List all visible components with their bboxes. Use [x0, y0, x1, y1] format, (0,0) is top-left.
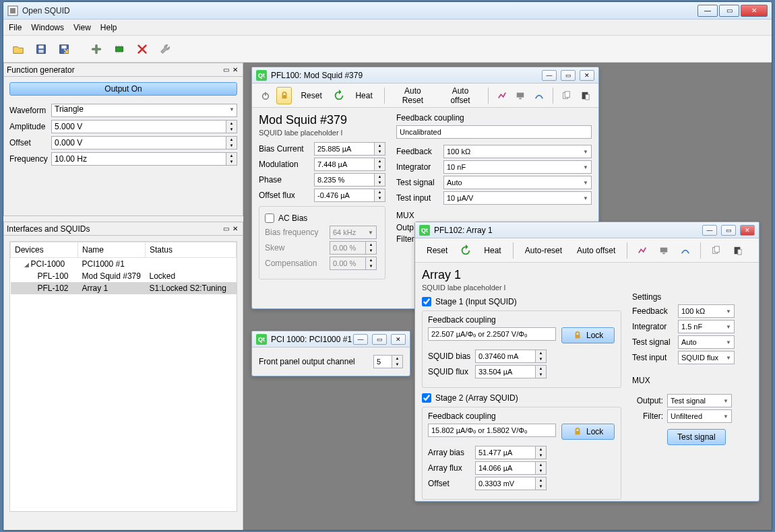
squid-bias-input[interactable]: [475, 350, 536, 363]
qt-icon: Qt: [419, 225, 430, 236]
lock-icon[interactable]: [276, 87, 292, 104]
col-name[interactable]: Name: [78, 242, 146, 258]
offset-input[interactable]: [51, 136, 226, 149]
paste-icon[interactable]: [728, 242, 747, 259]
subwin-maximize[interactable]: ▭: [372, 334, 387, 345]
dock-restore-icon[interactable]: ▭: [221, 224, 230, 234]
svg-rect-3: [38, 45, 43, 48]
amplitude-spin[interactable]: ▲▼: [226, 120, 237, 133]
dock-close-icon[interactable]: ✕: [230, 224, 240, 234]
stage2-checkbox[interactable]: [422, 393, 431, 403]
mux-output-select[interactable]: Test signal: [667, 394, 732, 407]
front-panel-input[interactable]: [373, 355, 392, 368]
refresh-icon[interactable]: [456, 242, 475, 259]
stage1-fc-input[interactable]: [428, 327, 556, 341]
auto-offset-button[interactable]: Auto offset: [438, 87, 483, 104]
array-bias-input[interactable]: [475, 446, 536, 459]
paste-icon[interactable]: [577, 87, 593, 104]
table-row[interactable]: PFL-102Array 1S1:Locked S2:Tuning: [11, 282, 237, 294]
col-status[interactable]: Status: [146, 242, 237, 258]
offset-input[interactable]: [475, 477, 536, 490]
device-tree[interactable]: Devices Name Status ◢PCI-1000PCI1000 #1P…: [9, 241, 237, 512]
offset-flux-input[interactable]: [314, 189, 375, 202]
copy-icon[interactable]: [706, 242, 725, 259]
output-on-button[interactable]: Output On: [9, 82, 237, 96]
monitor-icon[interactable]: [512, 87, 528, 104]
array-flux-input[interactable]: [475, 461, 536, 475]
plot-icon[interactable]: [633, 242, 652, 259]
chip-icon[interactable]: [110, 40, 129, 59]
frequency-input[interactable]: [51, 152, 226, 166]
save-as-icon[interactable]: [55, 40, 73, 59]
bias-current-input[interactable]: [314, 142, 375, 156]
squid-flux-input[interactable]: [475, 365, 536, 378]
subwin-close[interactable]: ✕: [740, 225, 755, 236]
test-input-select[interactable]: SQUID flux: [678, 351, 735, 364]
minimize-button[interactable]: —: [698, 5, 718, 17]
reset-button[interactable]: Reset: [294, 87, 328, 104]
open-icon[interactable]: [9, 40, 28, 59]
menu-windows[interactable]: Windows: [31, 23, 64, 32]
offset-spin[interactable]: ▲▼: [226, 136, 237, 149]
copy-icon[interactable]: [559, 87, 575, 104]
menu-view[interactable]: View: [73, 23, 91, 32]
power-icon[interactable]: [257, 87, 274, 104]
test-signal-button[interactable]: Test signal: [667, 429, 726, 445]
phase-input[interactable]: [314, 173, 375, 187]
test-input-select[interactable]: 10 µA/V: [443, 191, 592, 205]
stage1-checkbox[interactable]: [422, 297, 431, 306]
pfl102-sub: SQUID labe placeholder l: [422, 284, 621, 292]
stage2-fc-input[interactable]: [428, 424, 556, 437]
feedback-select[interactable]: 100 kΩ: [678, 304, 735, 318]
table-row[interactable]: PFL-100Mod Squid #379Locked: [11, 270, 237, 282]
subwin-minimize[interactable]: —: [542, 70, 557, 81]
auto-reset-button[interactable]: Auto-reset: [519, 242, 568, 259]
maximize-button[interactable]: ▭: [719, 5, 739, 17]
dock-close-icon[interactable]: ✕: [230, 65, 240, 75]
delete-icon[interactable]: [133, 40, 152, 59]
fn-gen-title: Function generator: [7, 65, 75, 75]
subwin-maximize[interactable]: ▭: [561, 70, 576, 81]
subwin-minimize[interactable]: —: [353, 334, 368, 345]
reset-button[interactable]: Reset: [421, 242, 454, 259]
table-row[interactable]: ◢PCI-1000PCI1000 #1: [11, 258, 237, 271]
auto-offset-button[interactable]: Auto offset: [571, 242, 621, 259]
auto-reset-button[interactable]: Auto Reset: [390, 87, 436, 104]
waveform-select[interactable]: Triangle: [51, 104, 237, 117]
svg-rect-6: [61, 45, 66, 48]
add-icon[interactable]: [87, 40, 106, 59]
test-signal-select[interactable]: Auto: [678, 335, 735, 349]
curve-icon[interactable]: [676, 242, 695, 259]
save-icon[interactable]: [32, 40, 51, 59]
svg-rect-4: [38, 49, 43, 53]
stage1-lock-button[interactable]: Lock: [561, 327, 615, 343]
integrator-select[interactable]: 1.5 nF: [678, 320, 735, 333]
feedback-coupling-input[interactable]: [396, 125, 592, 139]
dock-restore-icon[interactable]: ▭: [221, 65, 230, 75]
menu-file[interactable]: File: [9, 23, 22, 32]
menu-help[interactable]: Help: [100, 23, 117, 32]
subwin-maximize[interactable]: ▭: [721, 225, 736, 236]
subwin-minimize[interactable]: —: [702, 225, 717, 236]
feedback-select[interactable]: 100 kΩ: [443, 145, 592, 158]
subwin-close[interactable]: ✕: [580, 70, 594, 81]
curve-icon[interactable]: [531, 87, 547, 104]
test-signal-select[interactable]: Auto: [443, 176, 592, 189]
col-devices[interactable]: Devices: [11, 242, 78, 258]
refresh-icon[interactable]: [331, 87, 347, 104]
modulation-input[interactable]: [314, 158, 375, 171]
amplitude-input[interactable]: [51, 120, 226, 133]
ac-bias-checkbox[interactable]: [265, 213, 274, 223]
mux-filter-select[interactable]: Unfiltered: [667, 409, 732, 423]
close-button[interactable]: ✕: [741, 5, 768, 17]
stage2-lock-button[interactable]: Lock: [561, 424, 615, 440]
frequency-spin[interactable]: ▲▼: [226, 152, 237, 166]
heat-button[interactable]: Heat: [478, 242, 507, 259]
wrench-icon[interactable]: [156, 40, 175, 59]
subwin-close[interactable]: ✕: [391, 334, 406, 345]
plot-icon[interactable]: [494, 87, 510, 104]
integrator-select[interactable]: 10 nF: [443, 160, 592, 174]
monitor-icon[interactable]: [654, 242, 673, 259]
pfl100-toolbar: Reset Heat Auto Reset Auto offset: [252, 84, 598, 108]
heat-button[interactable]: Heat: [349, 87, 378, 104]
